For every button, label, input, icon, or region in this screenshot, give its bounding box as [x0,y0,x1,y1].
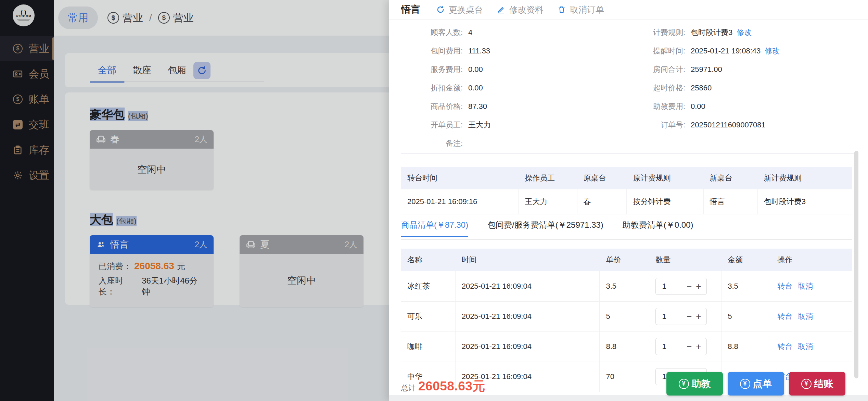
item-actions-cell: 转台取消 [771,271,852,301]
item-name-cell: 可乐 [401,301,455,331]
items-col-header: 金额 [722,249,771,271]
items-col-header: 名称 [401,249,455,271]
qty-minus-button[interactable]: − [685,312,694,321]
item-price-cell: 70 [600,362,649,392]
item-price-cell: 3.5 [600,271,649,301]
footer-button-label: 助教 [692,377,711,390]
items-col-header: 数量 [649,249,722,271]
item-time-cell: 2025-01-21 16:09:04 [455,301,600,331]
order-items-table: 名称时间单价数量金额操作冰红茶2025-01-21 16:09:043.51−+… [401,249,852,392]
item-name-cell: 咖啡 [401,331,455,362]
items-col-header: 操作 [771,249,852,271]
order-item-row: 冰红茶2025-01-21 16:09:043.51−+3.5转台取消 [401,271,852,301]
quantity-stepper: 1−+ [655,308,707,325]
yen-circle-icon: ¥ [679,379,689,389]
order-drawer: 悟言 更换桌台修改资料取消订单 顾客人数:4包间费用:111.33服务费用:0.… [389,0,868,401]
item-transfer-link[interactable]: 转台 [777,282,792,290]
footer-button-checkout[interactable]: ¥结账 [789,372,845,396]
items-col-header: 单价 [600,249,649,271]
quantity-value[interactable]: 1 [662,372,666,381]
item-cancel-link[interactable]: 取消 [798,312,813,321]
drawer-bottom-strip [389,395,868,401]
qty-plus-button[interactable]: + [694,312,703,321]
drawer-scrollbar-thumb[interactable] [854,151,858,378]
item-amount-cell: 3.5 [722,271,771,301]
item-price-cell: 5 [600,301,649,331]
item-actions-cell: 转台取消 [771,331,852,362]
qty-plus-button[interactable]: + [694,282,703,291]
qty-minus-button[interactable]: − [685,282,694,291]
item-price-cell: 8.8 [600,331,649,362]
item-cancel-link[interactable]: 取消 [798,282,813,290]
item-name-cell: 冰红茶 [401,271,455,301]
footer-button-label: 点单 [753,377,772,390]
order-total: 总计 26058.63元 [401,378,485,395]
item-cancel-link[interactable]: 取消 [798,342,813,351]
drawer-footer-buttons: ¥助教¥点单¥结账 [666,372,845,396]
footer-button-label: 结账 [814,377,833,390]
item-transfer-link[interactable]: 转台 [777,312,792,321]
item-time-cell: 2025-01-21 16:09:04 [455,271,600,301]
quantity-value[interactable]: 1 [662,282,666,291]
qty-minus-button[interactable]: − [685,342,694,351]
item-amount-cell: 8.8 [722,331,771,362]
yen-circle-icon: ¥ [740,379,750,389]
footer-button-assistant[interactable]: ¥助教 [666,372,723,396]
items-clip: 名称时间单价数量金额操作冰红茶2025-01-21 16:09:043.51−+… [389,0,868,395]
quantity-value[interactable]: 1 [662,312,666,321]
quantity-stepper: 1−+ [655,278,707,295]
qty-plus-button[interactable]: + [694,342,703,351]
item-amount-cell: 5 [722,301,771,331]
item-transfer-link[interactable]: 转台 [777,342,792,351]
yen-circle-icon: ¥ [801,379,812,389]
item-qty-cell: 1−+ [649,301,722,331]
item-qty-cell: 1−+ [649,271,722,301]
total-label: 总计 [401,383,416,393]
quantity-value[interactable]: 1 [662,342,666,351]
drawer-mask[interactable] [0,0,389,401]
items-col-header: 时间 [455,249,600,271]
app-root: ( ) ATROOM $营业会员$账单⇄交班库存设置 常用 $营业/$营业 全部… [0,0,868,401]
order-item-row: 可乐2025-01-21 16:09:0451−+5转台取消 [401,301,852,331]
item-qty-cell: 1−+ [649,331,722,362]
order-item-row: 咖啡2025-01-21 16:09:048.81−+8.8转台取消 [401,331,852,362]
quantity-stepper: 1−+ [655,338,707,355]
item-time-cell: 2025-01-21 16:09:04 [455,331,600,362]
total-value: 26058.63元 [418,378,485,395]
footer-button-order[interactable]: ¥点单 [728,372,784,396]
item-actions-cell: 转台取消 [771,301,852,331]
